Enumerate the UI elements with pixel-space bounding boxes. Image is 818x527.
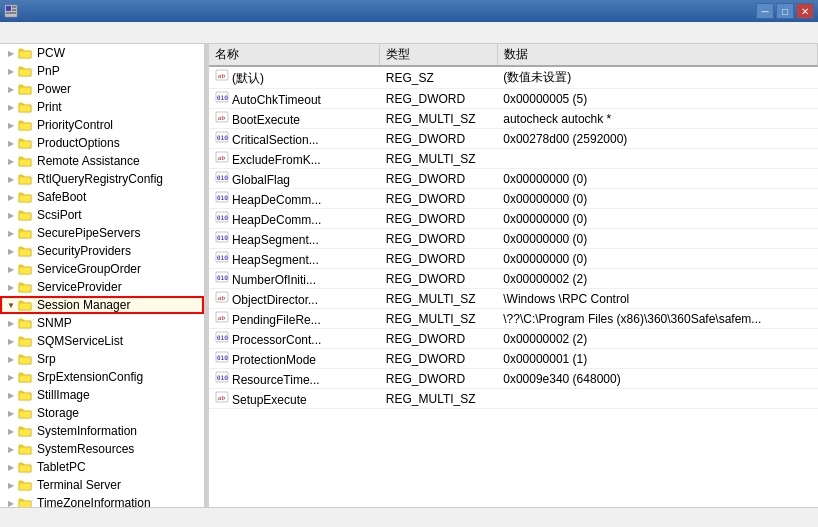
tree-item[interactable]: ▶ PnP	[0, 62, 204, 80]
tree-item[interactable]: ▶ SystemResources	[0, 440, 204, 458]
expand-icon[interactable]: ▶	[4, 496, 18, 507]
svg-text:010: 010	[217, 274, 228, 281]
cell-name: 010 ProcessorCont...	[209, 329, 380, 349]
svg-text:010: 010	[217, 194, 228, 201]
expand-icon[interactable]: ▶	[4, 424, 18, 438]
tree-item[interactable]: ▶ PCW	[0, 44, 204, 62]
col-header-name[interactable]: 名称	[209, 44, 380, 66]
tree-item[interactable]: ▶ SafeBoot	[0, 188, 204, 206]
menu-file[interactable]	[4, 31, 20, 35]
table-row[interactable]: ab SetupExecuteREG_MULTI_SZ	[209, 389, 818, 409]
expand-icon[interactable]: ▶	[4, 100, 18, 114]
maximize-button[interactable]: □	[776, 3, 794, 19]
table-row[interactable]: 010 HeapSegment...REG_DWORD0x00000000 (0…	[209, 229, 818, 249]
table-row[interactable]: 010 HeapDeComm...REG_DWORD0x00000000 (0)	[209, 189, 818, 209]
expand-icon[interactable]: ▶	[4, 262, 18, 276]
menu-view[interactable]	[40, 31, 56, 35]
expand-icon[interactable]: ▼	[4, 298, 18, 312]
tree-item[interactable]: ▶ TimeZoneInformation	[0, 494, 204, 507]
title-bar: ─ □ ✕	[0, 0, 818, 22]
expand-icon[interactable]: ▶	[4, 334, 18, 348]
table-row[interactable]: 010 HeapDeComm...REG_DWORD0x00000000 (0)	[209, 209, 818, 229]
menu-edit[interactable]	[22, 31, 38, 35]
tree-item[interactable]: ▶ Remote Assistance	[0, 152, 204, 170]
expand-icon[interactable]: ▶	[4, 64, 18, 78]
tree-item[interactable]: ▼ Session Manager	[0, 296, 204, 314]
menu-help[interactable]	[76, 31, 92, 35]
table-row[interactable]: ab ObjectDirector...REG_MULTI_SZ\Windows…	[209, 289, 818, 309]
expand-icon[interactable]: ▶	[4, 442, 18, 456]
table-row[interactable]: 010 NumberOfIniti...REG_DWORD0x00000002 …	[209, 269, 818, 289]
expand-icon[interactable]: ▶	[4, 46, 18, 60]
tree-item[interactable]: ▶ ScsiPort	[0, 206, 204, 224]
tree-item[interactable]: ▶ SecurityProviders	[0, 242, 204, 260]
svg-text:ab: ab	[218, 72, 226, 80]
folder-icon	[18, 478, 32, 492]
tree-item[interactable]: ▶ SNMP	[0, 314, 204, 332]
window-controls[interactable]: ─ □ ✕	[756, 3, 814, 19]
dword-icon: 010	[215, 130, 229, 144]
folder-icon	[18, 208, 32, 222]
expand-icon[interactable]: ▶	[4, 208, 18, 222]
dword-icon: 010	[215, 270, 229, 284]
tree-item[interactable]: ▶ ServiceGroupOrder	[0, 260, 204, 278]
cell-type: REG_DWORD	[380, 349, 497, 369]
expand-icon[interactable]: ▶	[4, 244, 18, 258]
tree-item[interactable]: ▶ RtlQueryRegistryConfig	[0, 170, 204, 188]
table-row[interactable]: ab ExcludeFromK...REG_MULTI_SZ	[209, 149, 818, 169]
table-row[interactable]: ab (默认)REG_SZ(数值未设置)	[209, 66, 818, 89]
table-row[interactable]: ab BootExecuteREG_MULTI_SZautocheck auto…	[209, 109, 818, 129]
svg-text:010: 010	[217, 174, 228, 181]
table-row[interactable]: 010 ProcessorCont...REG_DWORD0x00000002 …	[209, 329, 818, 349]
table-row[interactable]: 010 CriticalSection...REG_DWORD0x00278d0…	[209, 129, 818, 149]
tree-item[interactable]: ▶ SQMServiceList	[0, 332, 204, 350]
tree-item[interactable]: ▶ ProductOptions	[0, 134, 204, 152]
table-row[interactable]: ab PendingFileRe...REG_MULTI_SZ\??\C:\Pr…	[209, 309, 818, 329]
expand-icon[interactable]: ▶	[4, 316, 18, 330]
folder-icon	[18, 334, 32, 348]
expand-icon[interactable]: ▶	[4, 82, 18, 96]
tree-item[interactable]: ▶ Storage	[0, 404, 204, 422]
tree-item[interactable]: ▶ Print	[0, 98, 204, 116]
name-text: HeapDeComm...	[232, 213, 321, 227]
tree-item[interactable]: ▶ SystemInformation	[0, 422, 204, 440]
minimize-button[interactable]: ─	[756, 3, 774, 19]
table-row[interactable]: 010 AutoChkTimeoutREG_DWORD0x00000005 (5…	[209, 89, 818, 109]
folder-icon	[18, 496, 32, 507]
menu-favorites[interactable]	[58, 31, 74, 35]
table-row[interactable]: 010 GlobalFlagREG_DWORD0x00000000 (0)	[209, 169, 818, 189]
expand-icon[interactable]: ▶	[4, 172, 18, 186]
tree-item[interactable]: ▶ ServiceProvider	[0, 278, 204, 296]
cell-type: REG_SZ	[380, 66, 497, 89]
tree-item[interactable]: ▶ Power	[0, 80, 204, 98]
col-header-type[interactable]: 类型	[380, 44, 497, 66]
close-button[interactable]: ✕	[796, 3, 814, 19]
expand-icon[interactable]: ▶	[4, 118, 18, 132]
expand-icon[interactable]: ▶	[4, 388, 18, 402]
tree-item[interactable]: ▶ SecurePipeServers	[0, 224, 204, 242]
tree-panel[interactable]: ▶ PCW▶ PnP▶ Power▶ Print▶ PriorityContro…	[0, 44, 205, 507]
expand-icon[interactable]: ▶	[4, 478, 18, 492]
expand-icon[interactable]: ▶	[4, 460, 18, 474]
expand-icon[interactable]: ▶	[4, 190, 18, 204]
col-header-data[interactable]: 数据	[497, 44, 817, 66]
table-row[interactable]: 010 HeapSegment...REG_DWORD0x00000000 (0…	[209, 249, 818, 269]
cell-type: REG_DWORD	[380, 269, 497, 289]
expand-icon[interactable]: ▶	[4, 154, 18, 168]
expand-icon[interactable]: ▶	[4, 280, 18, 294]
expand-icon[interactable]: ▶	[4, 406, 18, 420]
expand-icon[interactable]: ▶	[4, 352, 18, 366]
expand-icon[interactable]: ▶	[4, 226, 18, 240]
tree-item[interactable]: ▶ Srp	[0, 350, 204, 368]
tree-item[interactable]: ▶ Terminal Server	[0, 476, 204, 494]
tree-item[interactable]: ▶ PriorityControl	[0, 116, 204, 134]
cell-type: REG_DWORD	[380, 249, 497, 269]
expand-icon[interactable]: ▶	[4, 136, 18, 150]
cell-name: 010 GlobalFlag	[209, 169, 380, 189]
tree-item[interactable]: ▶ StillImage	[0, 386, 204, 404]
table-row[interactable]: 010 ResourceTime...REG_DWORD0x0009e340 (…	[209, 369, 818, 389]
tree-item[interactable]: ▶ TabletPC	[0, 458, 204, 476]
tree-item[interactable]: ▶ SrpExtensionConfig	[0, 368, 204, 386]
expand-icon[interactable]: ▶	[4, 370, 18, 384]
table-row[interactable]: 010 ProtectionModeREG_DWORD0x00000001 (1…	[209, 349, 818, 369]
